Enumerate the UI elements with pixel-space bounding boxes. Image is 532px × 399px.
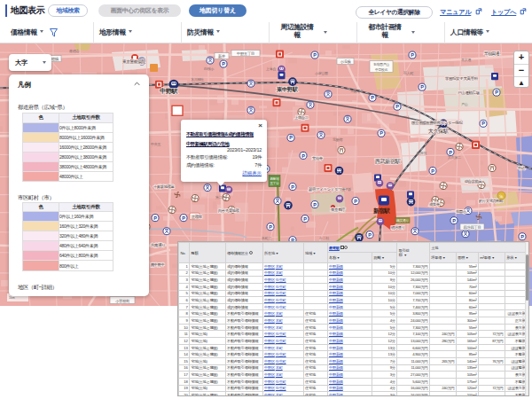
svg-text:十二社: 十二社: [318, 236, 329, 240]
svg-text:本町三: 本町三: [261, 236, 271, 240]
svg-text:魚: 魚: [499, 194, 504, 199]
svg-text:大久保二: 大久保二: [448, 155, 461, 160]
svg-text:早大通: 早大通: [461, 58, 471, 62]
svg-text:四谷四丁目: 四谷四丁目: [464, 225, 481, 230]
svg-text:花園小: 花園小: [456, 209, 467, 214]
svg-text:中学校北: 中学校北: [375, 67, 387, 72]
svg-text:中野五丁目: 中野五丁目: [237, 51, 254, 56]
svg-text:西新宿: 西新宿: [270, 176, 280, 181]
svg-text:北新宿: 北新宿: [332, 137, 342, 142]
svg-text:牛込: 牛込: [518, 166, 525, 170]
svg-text:上落合二: 上落合二: [294, 115, 309, 120]
svg-text:早稲田通: 早稲田通: [483, 51, 500, 57]
svg-text:白桜小: 白桜小: [204, 66, 214, 71]
svg-text:進明寺: 進明寺: [69, 49, 79, 53]
svg-text:五丁目: 五丁目: [270, 181, 279, 185]
svg-text:氷川神社: 氷川神社: [191, 77, 204, 82]
svg-text:戸山: 戸山: [461, 102, 468, 106]
svg-text:新宿西戸山: 新宿西戸山: [373, 62, 389, 66]
svg-text:1km: 1km: [9, 296, 15, 300]
svg-text:方南通り: 方南通り: [151, 242, 165, 247]
svg-text:正蔵院: 正蔵院: [192, 215, 203, 219]
svg-text:職安通り: 職安通り: [396, 218, 409, 223]
svg-text:十貫坂地蔵堂: 十貫坂地蔵堂: [153, 184, 175, 189]
svg-text:小淀公園: 小淀公園: [315, 71, 328, 75]
svg-text:小学校前: 小学校前: [115, 299, 130, 303]
svg-text:第二中: 第二中: [215, 195, 225, 200]
svg-text:東京警察病院: 東京警察病院: [122, 59, 145, 65]
svg-text:百人町: 百人町: [403, 71, 413, 75]
svg-text:小滝橋: 小滝橋: [340, 59, 352, 64]
svg-text:新宿駅: 新宿駅: [373, 207, 390, 215]
svg-text:新井: 新井: [218, 54, 226, 59]
svg-text:東中野駅: 東中野駅: [276, 86, 299, 93]
svg-text:新宿アイランドタワー: 新宿アイランドタワー: [309, 187, 346, 192]
svg-text:東京都庁: 東京都庁: [331, 207, 346, 212]
svg-text:大久保駅: 大久保駅: [428, 128, 449, 134]
svg-text:成子坂: 成子坂: [341, 187, 351, 192]
svg-text:中央五: 中央五: [151, 142, 160, 146]
svg-text:中野駅: 中野駅: [160, 87, 178, 95]
svg-text:成覚寺: 成覚寺: [429, 202, 441, 207]
svg-text:宝仙寺: 宝仙寺: [312, 156, 324, 160]
svg-text:明治通り: 明治通り: [391, 225, 405, 230]
svg-text:西武新宿駅: 西武新宿駅: [375, 158, 401, 165]
svg-text:南中野中: 南中野中: [151, 262, 165, 267]
svg-text:北新宿二: 北新宿二: [350, 89, 364, 93]
svg-text:向台子育地蔵: 向台子育地蔵: [218, 208, 239, 213]
